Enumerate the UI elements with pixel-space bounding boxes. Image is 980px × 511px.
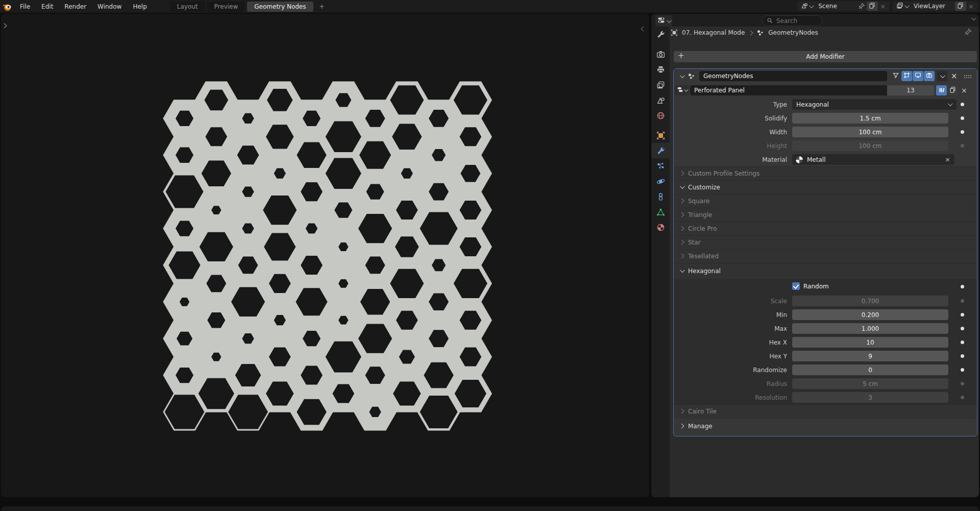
realtime-display-toggle[interactable] <box>913 71 923 81</box>
material-selector[interactable]: Metall× <box>792 154 954 165</box>
hex-x-field[interactable]: 10 <box>792 337 948 348</box>
animate-decorator[interactable] <box>961 144 964 148</box>
section-label[interactable]: Tesellated <box>688 250 719 263</box>
chevron-right-icon[interactable] <box>679 199 684 204</box>
properties-tab-scene[interactable] <box>651 92 670 108</box>
workspace-tab-layout[interactable]: Layout <box>170 2 205 12</box>
scale-field[interactable]: 0.700 <box>792 296 948 306</box>
animate-decorator[interactable] <box>961 313 964 317</box>
animate-decorator[interactable] <box>961 382 964 385</box>
max-field[interactable]: 1.000 <box>792 323 948 334</box>
width-field[interactable]: 100 cm <box>792 127 948 137</box>
chevron-right-icon[interactable] <box>679 226 684 231</box>
modifier-delete-button[interactable]: × <box>949 71 960 81</box>
modifier-name-field[interactable]: GeometryNodes <box>699 71 887 81</box>
properties-tab-material[interactable] <box>651 220 670 235</box>
modifier-drag-handle[interactable] <box>964 75 971 78</box>
viewport-3d[interactable] <box>1 14 649 497</box>
section-label[interactable]: Customize <box>688 181 720 194</box>
pin-icon[interactable] <box>858 3 865 10</box>
chevron-right-icon[interactable] <box>679 424 684 429</box>
type-dropdown[interactable]: Hexagonal <box>792 99 957 110</box>
section-label[interactable]: Manage <box>688 419 713 434</box>
properties-tab-object-data[interactable] <box>651 204 670 220</box>
node-group-name-field[interactable]: Perforated Panel <box>690 85 887 95</box>
section-label[interactable]: Circle Pro <box>688 222 717 235</box>
animate-decorator[interactable] <box>961 340 964 344</box>
solidify-field[interactable]: 1.5 cm <box>792 113 948 124</box>
modifier-extras-dropdown[interactable] <box>937 71 947 81</box>
chevron-right-icon[interactable] <box>679 212 684 217</box>
viewlayer-browse-button[interactable] <box>895 1 910 11</box>
animate-decorator[interactable] <box>961 285 964 288</box>
min-field[interactable]: 0.200 <box>792 309 948 320</box>
properties-tab-object[interactable] <box>651 128 670 143</box>
hex-y-field[interactable]: 9 <box>792 351 948 361</box>
editor-type-button[interactable] <box>655 15 672 27</box>
fake-user-toggle[interactable] <box>936 85 947 95</box>
properties-tab-constraints[interactable] <box>651 189 670 204</box>
section-label[interactable]: Triangle <box>688 208 712 222</box>
chevron-right-icon[interactable] <box>679 409 684 414</box>
menu-help[interactable]: Help <box>127 2 152 11</box>
scene-unlink-button[interactable]: × <box>878 3 888 10</box>
animate-decorator[interactable] <box>961 116 964 120</box>
checkbox-label[interactable]: Random <box>803 279 829 294</box>
viewlayer-name[interactable]: ViewLayer <box>910 3 953 10</box>
node-group-browse-button[interactable] <box>675 85 689 95</box>
section-label[interactable]: Star <box>688 236 701 249</box>
chevron-down-icon[interactable] <box>680 267 685 273</box>
properties-tab-physics[interactable] <box>651 174 670 189</box>
add-workspace-button[interactable]: + <box>315 2 329 12</box>
properties-tab-tool[interactable] <box>651 27 670 42</box>
on-cage-toggle[interactable] <box>901 71 912 81</box>
node-group-users-button[interactable]: 13 <box>887 85 934 95</box>
menu-file[interactable]: File <box>14 2 36 11</box>
breadcrumb-modifier[interactable]: GeometryNodes <box>768 29 818 36</box>
properties-tab-world[interactable] <box>651 108 670 123</box>
chevron-right-icon[interactable] <box>679 171 684 176</box>
perforated-panel-object[interactable] <box>1 14 649 497</box>
animate-decorator[interactable] <box>961 354 964 358</box>
section-label[interactable]: Cairo Tile <box>688 405 717 418</box>
properties-search-input[interactable]: Search <box>762 15 822 26</box>
animate-decorator[interactable] <box>961 368 964 372</box>
add-modifier-button[interactable]: + Add Modifier <box>674 51 977 62</box>
breadcrumb-object[interactable]: 07. Hexagonal Mode <box>682 29 745 36</box>
height-field[interactable]: 100 cm <box>792 140 948 151</box>
section-label[interactable]: Square <box>688 194 709 208</box>
pin-id-icon[interactable] <box>964 28 972 36</box>
blender-logo-icon[interactable] <box>2 2 11 11</box>
material-unlink-button[interactable]: × <box>945 156 950 163</box>
workspace-tab-preview[interactable]: Preview <box>207 2 246 12</box>
chevron-right-icon[interactable] <box>679 240 684 245</box>
node-group-copy-button[interactable] <box>947 85 958 95</box>
chevron-right-icon[interactable] <box>679 254 684 259</box>
workspace-tab-geometry-nodes[interactable]: Geometry Nodes <box>247 2 313 12</box>
animate-decorator[interactable] <box>961 327 964 330</box>
properties-tab-modifiers[interactable] <box>651 143 670 158</box>
radius-field[interactable]: 5 cm <box>792 378 948 389</box>
animate-decorator[interactable] <box>961 396 964 399</box>
panel-collapse-icon[interactable] <box>680 73 685 78</box>
animate-decorator[interactable] <box>961 130 964 134</box>
properties-tab-render[interactable] <box>651 46 670 62</box>
properties-tab-output[interactable] <box>651 62 670 77</box>
properties-tab-view-layer[interactable] <box>651 77 670 92</box>
viewlayer-remove-button[interactable]: × <box>966 3 976 10</box>
section-label[interactable]: Hexagonal <box>688 263 721 279</box>
scene-copy-button[interactable] <box>867 2 878 11</box>
scene-browse-button[interactable] <box>799 1 814 11</box>
chevron-down-icon[interactable] <box>680 184 685 189</box>
edit-mode-filter-toggle[interactable] <box>890 71 901 81</box>
node-group-unlink-button[interactable]: × <box>959 86 969 94</box>
properties-tab-particles[interactable] <box>651 158 670 174</box>
menu-edit[interactable]: Edit <box>36 2 59 11</box>
animate-decorator[interactable] <box>961 103 964 106</box>
resolution-field[interactable]: 3 <box>792 392 948 403</box>
viewlayer-copy-button[interactable] <box>955 2 966 11</box>
header-menu-icon[interactable] <box>971 15 976 20</box>
section-label[interactable]: Custom Profile Settings <box>688 167 760 180</box>
animate-decorator[interactable] <box>961 299 964 303</box>
render-display-toggle[interactable] <box>924 71 935 81</box>
